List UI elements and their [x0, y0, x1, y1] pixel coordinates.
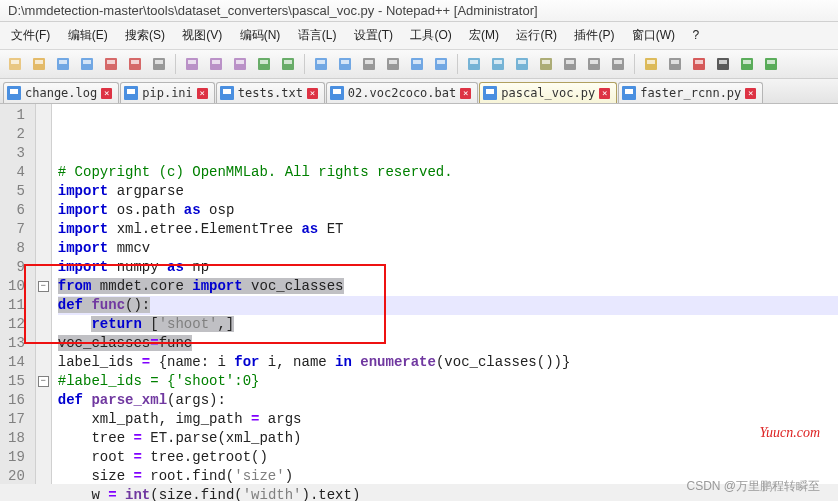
- tab-tests-txt[interactable]: tests.txt×: [216, 82, 325, 103]
- code-line[interactable]: return ['shoot',]: [58, 315, 838, 334]
- title-bar: D:\mmdetection-master\tools\dataset_conv…: [0, 0, 838, 22]
- zoom-in-icon[interactable]: [358, 53, 380, 75]
- svg-rect-1: [11, 60, 19, 64]
- sync-h-icon[interactable]: [430, 53, 452, 75]
- code-line[interactable]: def func():: [58, 296, 838, 315]
- menu-search[interactable]: 搜索(S): [118, 24, 172, 47]
- fold-margin[interactable]: −−: [36, 104, 52, 484]
- menu-plugins[interactable]: 插件(P): [567, 24, 621, 47]
- fold-toggle-icon[interactable]: −: [38, 281, 49, 292]
- copy-icon[interactable]: [205, 53, 227, 75]
- tab-label: change.log: [25, 86, 97, 100]
- code-line[interactable]: import xml.etree.ElementTree as ET: [58, 220, 838, 239]
- close-icon[interactable]: [100, 53, 122, 75]
- svg-rect-11: [131, 60, 139, 64]
- lang-icon[interactable]: [535, 53, 557, 75]
- menu-edit[interactable]: 编辑(E): [61, 24, 115, 47]
- svg-rect-41: [518, 60, 526, 64]
- tab-close-icon[interactable]: ×: [197, 88, 208, 99]
- code-line[interactable]: #label_ids = {'shoot':0}: [58, 372, 838, 391]
- stop-macro-icon[interactable]: [712, 53, 734, 75]
- tab-faster-rcnn-py[interactable]: faster_rcnn.py×: [618, 82, 763, 103]
- sync-v-icon[interactable]: [406, 53, 428, 75]
- tab-pip-ini[interactable]: pip.ini×: [120, 82, 215, 103]
- menu-file[interactable]: 文件(F): [4, 24, 57, 47]
- monitor-icon[interactable]: [664, 53, 686, 75]
- svg-rect-17: [212, 60, 220, 64]
- save-state-icon: [7, 86, 21, 100]
- svg-rect-57: [719, 60, 727, 64]
- close-all-icon[interactable]: [124, 53, 146, 75]
- menu-settings[interactable]: 设置(T): [347, 24, 400, 47]
- svg-rect-3: [35, 60, 43, 64]
- print-icon[interactable]: [148, 53, 170, 75]
- svg-rect-19: [236, 60, 244, 64]
- code-line[interactable]: label_ids = {name: i for i, name in enum…: [58, 353, 838, 372]
- doc-map-icon[interactable]: [559, 53, 581, 75]
- play-macro-icon[interactable]: [736, 53, 758, 75]
- tab-label: pascal_voc.py: [501, 86, 595, 100]
- fold-toggle-icon[interactable]: −: [38, 376, 49, 387]
- menu-run[interactable]: 运行(R): [509, 24, 564, 47]
- play-multi-icon[interactable]: [760, 53, 782, 75]
- code-line[interactable]: import mmcv: [58, 239, 838, 258]
- folder-icon[interactable]: [640, 53, 662, 75]
- editor-area[interactable]: 1234567891011121314151617181920 −− # Cop…: [0, 104, 838, 484]
- indent-guide-icon[interactable]: [511, 53, 533, 75]
- svg-rect-5: [59, 60, 67, 64]
- paste-icon[interactable]: [229, 53, 251, 75]
- tab-bar: change.log×pip.ini×tests.txt×02.voc2coco…: [0, 79, 838, 104]
- tab-close-icon[interactable]: ×: [460, 88, 471, 99]
- menu-window[interactable]: 窗口(W): [625, 24, 682, 47]
- svg-rect-37: [470, 60, 478, 64]
- code-line[interactable]: import argparse: [58, 182, 838, 201]
- svg-rect-47: [590, 60, 598, 64]
- undo-icon[interactable]: [253, 53, 275, 75]
- menu-encoding[interactable]: 编码(N): [233, 24, 288, 47]
- code-area[interactable]: # Copyright (c) OpenMMLab. All rights re…: [52, 104, 838, 484]
- function-list-icon[interactable]: [607, 53, 629, 75]
- code-line[interactable]: root = tree.getroot(): [58, 448, 838, 467]
- zoom-out-icon[interactable]: [382, 53, 404, 75]
- tab-close-icon[interactable]: ×: [307, 88, 318, 99]
- svg-rect-35: [437, 60, 445, 64]
- code-line[interactable]: from mmdet.core import voc_classes: [58, 277, 838, 296]
- redo-icon[interactable]: [277, 53, 299, 75]
- cut-icon[interactable]: [181, 53, 203, 75]
- svg-rect-43: [542, 60, 550, 64]
- save-state-icon: [622, 86, 636, 100]
- tab-label: pip.ini: [142, 86, 193, 100]
- doc-list-icon[interactable]: [583, 53, 605, 75]
- tab-02-voc2coco-bat[interactable]: 02.voc2coco.bat×: [326, 82, 478, 103]
- save-all-icon[interactable]: [76, 53, 98, 75]
- svg-rect-49: [614, 60, 622, 64]
- tab-close-icon[interactable]: ×: [745, 88, 756, 99]
- record-macro-icon[interactable]: [688, 53, 710, 75]
- code-line[interactable]: tree = ET.parse(xml_path): [58, 429, 838, 448]
- menu-help[interactable]: ?: [685, 25, 706, 45]
- find-icon[interactable]: [310, 53, 332, 75]
- show-all-chars-icon[interactable]: [487, 53, 509, 75]
- tab-pascal-voc-py[interactable]: pascal_voc.py×: [479, 82, 617, 103]
- menu-language[interactable]: 语言(L): [291, 24, 344, 47]
- code-line[interactable]: def parse_xml(args):: [58, 391, 838, 410]
- code-line[interactable]: import numpy as np: [58, 258, 838, 277]
- code-line[interactable]: import os.path as osp: [58, 201, 838, 220]
- code-line[interactable]: # Copyright (c) OpenMMLab. All rights re…: [58, 163, 838, 182]
- tab-label: tests.txt: [238, 86, 303, 100]
- open-icon[interactable]: [28, 53, 50, 75]
- code-line[interactable]: xml_path, img_path = args: [58, 410, 838, 429]
- tab-change-log[interactable]: change.log×: [3, 82, 119, 103]
- menu-tools[interactable]: 工具(O): [403, 24, 458, 47]
- menu-view[interactable]: 视图(V): [175, 24, 229, 47]
- tab-label: 02.voc2coco.bat: [348, 86, 456, 100]
- code-line[interactable]: voc_classes=func: [58, 334, 838, 353]
- save-icon[interactable]: [52, 53, 74, 75]
- tab-close-icon[interactable]: ×: [101, 88, 112, 99]
- replace-icon[interactable]: [334, 53, 356, 75]
- tab-close-icon[interactable]: ×: [599, 88, 610, 99]
- window-title: D:\mmdetection-master\tools\dataset_conv…: [8, 3, 538, 18]
- menu-macro[interactable]: 宏(M): [462, 24, 506, 47]
- word-wrap-icon[interactable]: [463, 53, 485, 75]
- new-file-icon[interactable]: [4, 53, 26, 75]
